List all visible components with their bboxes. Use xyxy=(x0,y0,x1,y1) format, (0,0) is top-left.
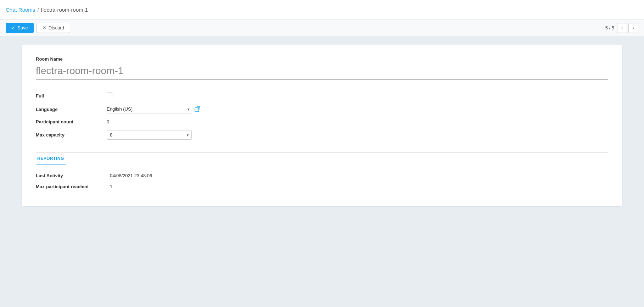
max-capacity-value: 0 1 2 4 8 16 32 ▾ xyxy=(107,130,608,140)
fields-section: Full Language English (US) French Spanis… xyxy=(36,90,608,143)
discard-x-icon: ✕ xyxy=(43,25,46,30)
last-activity-label: Last Activity xyxy=(36,173,107,178)
discard-label: Discard xyxy=(49,25,64,30)
max-participant-row: Max participant reached 1 xyxy=(36,181,608,192)
reporting-fields: Last Activity 04/08/2021 23:48:06 Max pa… xyxy=(36,170,608,192)
language-value: English (US) French Spanish German ▾ xyxy=(107,105,608,113)
last-activity-value: 04/08/2021 23:48:06 xyxy=(107,173,152,178)
room-name-input[interactable] xyxy=(36,64,608,80)
content-wrapper: Room Name Full Language English (US) Fre… xyxy=(0,36,644,215)
participant-count-label: Participant count xyxy=(36,119,107,124)
discard-button[interactable]: ✕ Discard xyxy=(37,23,70,33)
toolbar-left: ✓ Save ✕ Discard xyxy=(6,23,70,33)
form-card: Room Name Full Language English (US) Fre… xyxy=(21,45,623,207)
max-capacity-select[interactable]: 0 1 2 4 8 16 32 xyxy=(107,130,192,140)
participant-count-value: 0 xyxy=(107,119,608,124)
last-activity-row: Last Activity 04/08/2021 23:48:06 xyxy=(36,170,608,181)
toolbar: ✓ Save ✕ Discard 5 / 5 ‹ › xyxy=(0,20,644,36)
page-info: 5 / 5 xyxy=(605,25,614,30)
reporting-section: REPORTING Last Activity 04/08/2021 23:48… xyxy=(36,152,608,192)
save-button[interactable]: ✓ Save xyxy=(6,23,34,33)
pagination-area: 5 / 5 ‹ › xyxy=(605,23,638,33)
top-bar: Chat Rooms / flectra-room-room-1 xyxy=(0,0,644,20)
participant-count-field-row: Participant count 0 xyxy=(36,116,608,127)
language-select-wrapper: English (US) French Spanish German ▾ xyxy=(107,105,192,113)
full-label: Full xyxy=(36,93,107,99)
language-field-row: Language English (US) French Spanish Ger… xyxy=(36,102,608,116)
prev-button[interactable]: ‹ xyxy=(617,23,627,33)
breadcrumb-current: flectra-room-room-1 xyxy=(41,7,88,13)
breadcrumb-link[interactable]: Chat Rooms xyxy=(6,7,35,13)
max-capacity-field-row: Max capacity 0 1 2 4 8 16 32 ▾ xyxy=(36,127,608,143)
next-button[interactable]: › xyxy=(628,23,638,33)
breadcrumb: Chat Rooms / flectra-room-room-1 xyxy=(6,7,88,13)
tab-reporting[interactable]: REPORTING xyxy=(36,152,66,164)
breadcrumb-separator: / xyxy=(37,7,39,13)
language-label: Language xyxy=(36,107,107,112)
full-field-row: Full xyxy=(36,90,608,102)
full-checkbox[interactable] xyxy=(107,93,112,98)
language-external-link-icon[interactable] xyxy=(195,106,201,112)
full-value xyxy=(107,93,608,99)
max-capacity-select-wrapper: 0 1 2 4 8 16 32 ▾ xyxy=(107,130,192,140)
room-name-label: Room Name xyxy=(36,56,608,62)
language-select[interactable]: English (US) French Spanish German xyxy=(107,105,192,113)
save-label: Save xyxy=(17,25,28,30)
max-participant-value: 1 xyxy=(107,184,112,189)
max-participant-label: Max participant reached xyxy=(36,184,107,189)
max-capacity-label: Max capacity xyxy=(36,132,107,138)
save-check-icon: ✓ xyxy=(11,25,15,30)
